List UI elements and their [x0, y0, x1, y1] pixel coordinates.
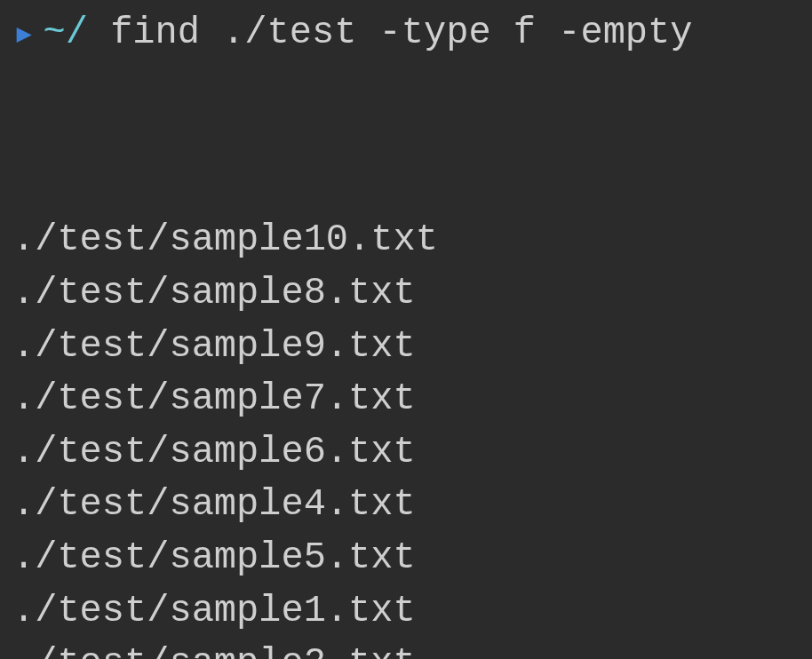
output-line: ./test/sample6.txt	[12, 426, 800, 480]
output-line: ./test/sample7.txt	[12, 373, 800, 426]
prompt-arrow-icon: ▸	[12, 9, 36, 57]
output-line: ./test/sample1.txt	[12, 585, 800, 639]
command-value: find ./test -type f -empty	[110, 12, 692, 54]
terminal-window[interactable]: ▸ ~/ find ./test -type f -empty ./test/s…	[0, 0, 812, 659]
prompt-path: ~/	[44, 12, 88, 54]
output-line: ./test/sample4.txt	[12, 479, 800, 532]
output-line: ./test/sample2.txt	[12, 638, 800, 659]
command-text: find ./test -type f -empty	[88, 12, 693, 54]
output-line: ./test/sample8.txt	[12, 267, 800, 321]
output-line: ./test/sample10.txt	[12, 214, 800, 267]
prompt-line: ▸ ~/ find ./test -type f -empty	[12, 9, 800, 57]
command-output: ./test/sample10.txt./test/sample8.txt./t…	[12, 108, 800, 659]
output-line: ./test/sample9.txt	[12, 321, 800, 374]
output-line: ./test/sample5.txt	[12, 532, 800, 585]
